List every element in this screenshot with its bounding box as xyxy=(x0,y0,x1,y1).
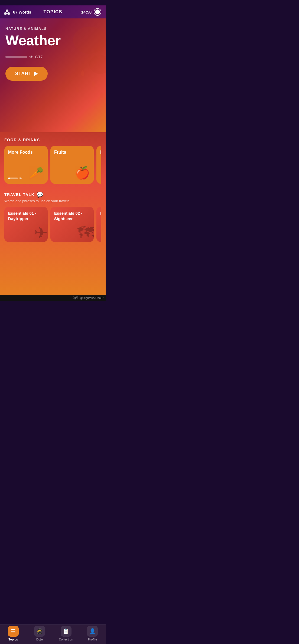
essentials-03-title: Essen- Noma... xyxy=(100,211,101,216)
category-label: NATURE & ANIMALS xyxy=(5,27,100,31)
travel-talk-title: TRAVEL TALK xyxy=(4,192,34,197)
main-content: FOOD & DRINKS More Foods 🥕 👁 Fruits xyxy=(0,132,106,295)
header-left: 67 Words xyxy=(3,8,31,16)
drinks-card[interactable]: Drinks xyxy=(96,146,101,184)
svg-point-2 xyxy=(7,12,10,15)
start-button-label: START xyxy=(15,71,31,76)
food-cards-row: More Foods 🥕 👁 Fruits 🍎 Dr xyxy=(4,146,101,185)
hero-eye-icon: 👁 xyxy=(29,55,33,59)
essentials-02-title: Essentials 02 - Sightseer xyxy=(54,211,90,222)
svg-point-1 xyxy=(4,12,7,15)
watermark: 知乎 @RightousArdour xyxy=(0,295,106,301)
hero-progress-row: 👁 0/17 xyxy=(5,55,100,59)
essentials-01-card[interactable]: Essentials 01 - Daytripper ✈ xyxy=(4,207,48,242)
header-title: TOPICS xyxy=(44,9,62,15)
words-count: 67 Words xyxy=(13,10,31,14)
travel-subtitle: Words and phrases to use on your travels xyxy=(4,199,101,203)
fruits-card-title: Fruits xyxy=(54,150,90,155)
time-display: 14:58 xyxy=(81,10,92,14)
essentials-02-card[interactable]: Essentials 02 - Sightseer 🗺 xyxy=(50,207,94,242)
hero-progress-text: 0/17 xyxy=(35,55,43,59)
drinks-card-title: Drinks xyxy=(100,150,101,155)
more-foods-eye-icon: 👁 xyxy=(19,177,22,180)
more-foods-card[interactable]: More Foods 🥕 👁 xyxy=(4,146,48,184)
start-button[interactable]: START xyxy=(5,67,48,81)
more-foods-card-title: More Foods xyxy=(8,150,44,155)
app-header: 67 Words TOPICS 14:58 xyxy=(0,5,106,18)
app-logo-icon xyxy=(3,8,11,16)
travel-chat-icon: 💬 xyxy=(37,191,43,198)
hero-section: NATURE & ANIMALS Weather 👁 0/17 START xyxy=(0,18,106,132)
travel-talk-section: TRAVEL TALK 💬 Words and phrases to use o… xyxy=(4,191,101,243)
essentials-01-title: Essentials 01 - Daytripper xyxy=(8,211,44,222)
more-foods-progress-bar xyxy=(8,178,18,179)
food-drinks-section: FOOD & DRINKS More Foods 🥕 👁 Fruits xyxy=(4,138,101,185)
travel-cards-row: Essentials 01 - Daytripper ✈ Essentials … xyxy=(4,207,101,243)
fruits-icon: 🍎 xyxy=(75,166,90,180)
food-drinks-title: FOOD & DRINKS xyxy=(4,138,101,142)
svg-point-0 xyxy=(6,9,8,12)
more-foods-progress-fill xyxy=(8,178,10,179)
essentials-02-decoration: 🗺 xyxy=(77,223,94,242)
fruits-card[interactable]: Fruits 🍎 xyxy=(50,146,94,184)
timer-circle[interactable] xyxy=(94,8,101,16)
timer-circle-inner xyxy=(95,9,100,14)
more-foods-progress-row: 👁 xyxy=(8,177,22,180)
hero-progress-bar-bg xyxy=(5,56,27,58)
play-icon xyxy=(34,72,38,76)
topic-title: Weather xyxy=(5,33,100,48)
header-right: 14:58 xyxy=(81,8,101,16)
essentials-01-decoration: ✈ xyxy=(34,223,48,242)
essentials-03-card[interactable]: Essen- Noma... xyxy=(96,207,101,242)
travel-section-header: TRAVEL TALK 💬 xyxy=(4,191,101,198)
more-foods-icon: 🥕 xyxy=(29,166,44,180)
